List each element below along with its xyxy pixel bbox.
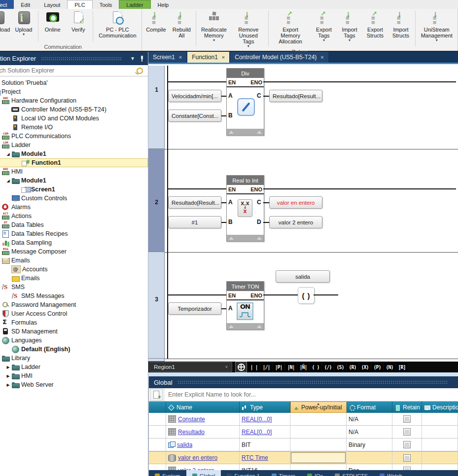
ribbon-tab-project[interactable]: Project (0, 0, 14, 9)
ladder-tag-valor-en-entero[interactable]: valor en entero (269, 196, 322, 209)
tag-row-salida[interactable]: salidaBITBinary (149, 439, 458, 451)
ladder-navigate-button[interactable] (235, 362, 247, 372)
tree-item-data-tables[interactable]: Data Tables (0, 220, 148, 229)
ribbon-tab-plc[interactable]: PLC (67, 0, 92, 9)
ribbon-tab-tools[interactable]: Tools (93, 0, 119, 9)
region-select[interactable]: Region1 ˅ (149, 362, 232, 372)
tree-item-password-management[interactable]: Password Management (0, 300, 148, 309)
row-selector-cell[interactable] (149, 439, 166, 451)
document-tab-controller-model-us5-b5-t24-[interactable]: Controller Model (US5-B5-T24)× (230, 52, 328, 63)
tag-format-cell[interactable]: N/A (347, 413, 392, 425)
tree-item-library[interactable]: ◢Library (0, 354, 148, 363)
tag-type-cell[interactable]: RTC Time (240, 452, 290, 464)
row-selector-cell[interactable] (149, 426, 166, 438)
ladder-tool-coil-positive[interactable]: (P) (372, 363, 383, 371)
tag-powerup-cell[interactable] (290, 426, 347, 438)
tree-item-sms-messages[interactable]: SMS Messages (0, 292, 148, 300)
fb-block-div[interactable]: DivENENO (226, 68, 264, 136)
tree-item-emails[interactable]: Emails (0, 274, 148, 283)
ladder-tool-contact-transition[interactable]: |N̄| (298, 363, 309, 371)
tag-name-link[interactable]: Resultado (178, 429, 205, 436)
tree-item-custom-controls[interactable]: Custom Controls (0, 194, 148, 203)
ribbon-button-export-memory-allocation[interactable]: ≡≡↑Export Memory Allocation (270, 9, 311, 48)
tree-item-accounts[interactable]: Accounts (0, 265, 148, 274)
tag-format-cell[interactable]: Binary (347, 439, 392, 451)
tag-powerup-cell[interactable] (290, 439, 347, 451)
close-icon[interactable]: × (222, 54, 225, 60)
ribbon-tab-ladder[interactable]: Ladder (119, 0, 150, 9)
column-header-type[interactable]: Type (240, 402, 290, 413)
tag-retain-cell[interactable] (392, 413, 422, 425)
ladder-tool-coil-toggle[interactable]: (X) (359, 363, 370, 371)
tree-item-web-server[interactable]: ▶Web Server (0, 380, 148, 389)
tree-item-sd-management[interactable]: SD Management (0, 327, 148, 336)
tag-name-link[interactable]: valor en entero (178, 454, 217, 461)
tree-expander-icon[interactable]: ▶ (5, 374, 11, 378)
coil-output[interactable]: ( ) (298, 287, 315, 304)
tree-item-screen1[interactable]: Screen1 (0, 185, 148, 194)
tag-type-value[interactable]: RTC Time (242, 454, 268, 461)
retain-checkbox[interactable] (403, 428, 411, 436)
ribbon-tab-help[interactable]: Help (151, 0, 176, 9)
ladder-tool-contact-nc[interactable]: |/| (261, 363, 272, 371)
expand-triangle-icon[interactable] (257, 128, 262, 134)
column-header-power-up-initial[interactable]: ▲Power-up/Initial (290, 402, 347, 413)
ribbon-button-verify[interactable]: ✓Verify (66, 9, 91, 43)
tag-name-cell[interactable]: valor en entero (166, 452, 240, 464)
rung-margin-1[interactable] (148, 66, 165, 149)
ladder-tool-coil-reset-alt[interactable]: [R] (396, 363, 407, 371)
tree-item-hmi[interactable]: ◢HMI (0, 167, 148, 176)
tag-name-link[interactable]: Constante (178, 416, 205, 423)
tree-item-hardware-configuration[interactable]: ◢Hardware Configuration (0, 96, 148, 105)
tag-row-constante[interactable]: ConstanteREAL[0...0]N/A (149, 413, 458, 426)
ladder-tool-contact-positive[interactable]: |P| (273, 363, 284, 371)
retain-checkbox[interactable] (403, 441, 411, 448)
ribbon-button-import-tags[interactable]: ≡≡↓Import Tags▾ (337, 9, 362, 48)
tree-item-default-english-[interactable]: Default (English) (0, 345, 148, 354)
ribbon-button-download[interactable]: ↓Download▾ (0, 9, 11, 43)
ladder-tag-temporizador[interactable]: Temporizador (168, 302, 221, 315)
tag-description-cell[interactable] (422, 452, 458, 464)
retain-checkbox[interactable] (403, 415, 411, 423)
tag-group-tab-ios[interactable]: IOs (301, 470, 329, 476)
tag-group-tab-timers[interactable]: Timers (266, 470, 301, 476)
tree-item-plc-communications[interactable]: ▶PLC Communications (0, 132, 148, 141)
ribbon-button-online[interactable]: Online (40, 9, 66, 43)
expand-triangle-icon[interactable] (257, 234, 262, 240)
ladder-tag--1[interactable]: #1 (168, 216, 221, 228)
tag-format-cell[interactable] (347, 452, 392, 464)
tag-row-valor-en-entero[interactable]: valor en enteroRTC Time (149, 451, 458, 464)
rung-margin-3[interactable] (148, 252, 165, 359)
ladder-tool-contact-no[interactable]: | | (248, 363, 259, 371)
tree-item-hmi[interactable]: ▶HMI (0, 371, 148, 380)
tree-item-message-composer[interactable]: ▶Message Composer (0, 247, 148, 256)
tree-item-module1[interactable]: ◢Module1 (0, 176, 148, 185)
tag-powerup-cell[interactable] (290, 413, 347, 425)
ladder-tool-contact-negative[interactable]: |N| (285, 363, 296, 371)
column-header-retain[interactable]: Retain (392, 402, 422, 413)
tag-name-cell[interactable]: Constante (166, 413, 240, 425)
tag-group-tab-function-1[interactable]: Function 1 (221, 470, 265, 476)
column-header-name[interactable]: Name (166, 402, 240, 413)
tree-expander-icon[interactable]: ▶ (5, 365, 11, 369)
tag-type-cell[interactable]: BIT (240, 439, 290, 451)
tree-item-formulas[interactable]: Formulas (0, 318, 148, 327)
close-icon[interactable]: × (320, 54, 323, 60)
ribbon-button-export-tags[interactable]: ≡≡↑Export Tags▾ (311, 9, 337, 48)
tree-item-alarms[interactable]: Alarms (0, 203, 148, 212)
ribbon-button-remove-unused-tags[interactable]: ≡≡↓Remove Unused Tags▾ (230, 9, 267, 48)
tag-powerup-cell[interactable] (290, 452, 347, 464)
tree-item-remote-i-o[interactable]: Remote I/O (0, 123, 148, 132)
ladder-tool-coil-reset[interactable]: (R) (347, 363, 358, 371)
tag-name-cell[interactable]: salida (166, 439, 240, 451)
column-header-row-selector[interactable] (149, 402, 166, 413)
tag-type-value[interactable]: REAL[0...0] (242, 416, 272, 423)
explorer-search-input[interactable] (0, 65, 137, 76)
document-tab-function1[interactable]: Function1× (187, 52, 229, 63)
tag-group-tab-system[interactable]: System (149, 470, 186, 476)
fb-block-real-to-int[interactable]: Real to IntENENOX.X↓X (226, 175, 264, 242)
ribbon-button-reallocate-memory[interactable]: Reallocate Memory▾ (198, 9, 230, 48)
tag-description-cell[interactable] (422, 413, 458, 425)
tag-group-tab-global[interactable]: Global (186, 470, 221, 476)
tree-item-module1[interactable]: ◢Module1 (0, 149, 148, 158)
